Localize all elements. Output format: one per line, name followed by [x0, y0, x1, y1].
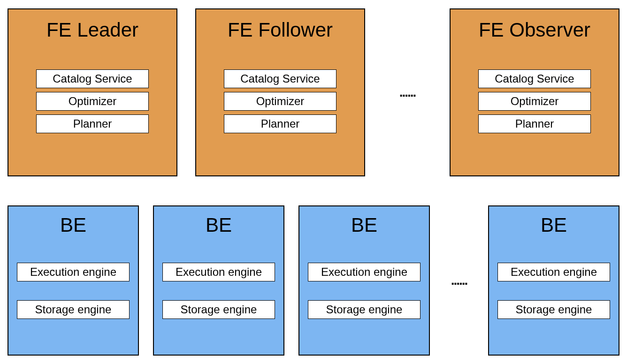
fe-leader-optimizer: Optimizer — [36, 92, 149, 111]
fe-leader-catalog: Catalog Service — [36, 69, 149, 88]
be-1-execution: Execution engine — [17, 263, 130, 281]
be-3-execution: Execution engine — [308, 263, 421, 281]
fe-follower-catalog: Catalog Service — [224, 69, 336, 88]
be-4-execution: Execution engine — [497, 263, 610, 281]
be-4-storage: Storage engine — [497, 300, 610, 319]
be-1-storage: Storage engine — [17, 300, 130, 319]
be-box-2: BE Execution engine Storage engine — [153, 205, 284, 356]
fe-leader-planner: Planner — [36, 114, 149, 133]
fe-follower-box: FE Follower Catalog Service Optimizer Pl… — [195, 8, 365, 176]
fe-follower-optimizer: Optimizer — [224, 92, 336, 111]
fe-observer-catalog: Catalog Service — [478, 69, 591, 88]
be-box-1: BE Execution engine Storage engine — [8, 205, 139, 356]
be-box-3: BE Execution engine Storage engine — [298, 205, 430, 356]
be-row: BE Execution engine Storage engine BE Ex… — [8, 205, 619, 356]
be-title-3: BE — [351, 214, 377, 236]
be-title-1: BE — [60, 214, 86, 236]
be-2-storage: Storage engine — [162, 300, 275, 319]
fe-leader-box: FE Leader Catalog Service Optimizer Plan… — [8, 8, 177, 176]
fe-ellipsis: ...... — [399, 85, 416, 100]
fe-row: FE Leader Catalog Service Optimizer Plan… — [8, 8, 619, 176]
fe-observer-title: FE Observer — [479, 19, 590, 41]
fe-follower-planner: Planner — [224, 114, 336, 133]
be-title-4: BE — [541, 214, 567, 236]
fe-leader-title: FE Leader — [46, 19, 138, 41]
fe-observer-planner: Planner — [478, 114, 591, 133]
fe-observer-box: FE Observer Catalog Service Optimizer Pl… — [450, 8, 619, 176]
be-ellipsis: ...... — [451, 273, 467, 288]
fe-observer-optimizer: Optimizer — [478, 92, 591, 111]
be-box-4: BE Execution engine Storage engine — [488, 205, 619, 356]
be-title-2: BE — [206, 214, 232, 236]
fe-follower-title: FE Follower — [228, 19, 333, 41]
be-2-execution: Execution engine — [162, 263, 275, 281]
be-3-storage: Storage engine — [308, 300, 421, 319]
